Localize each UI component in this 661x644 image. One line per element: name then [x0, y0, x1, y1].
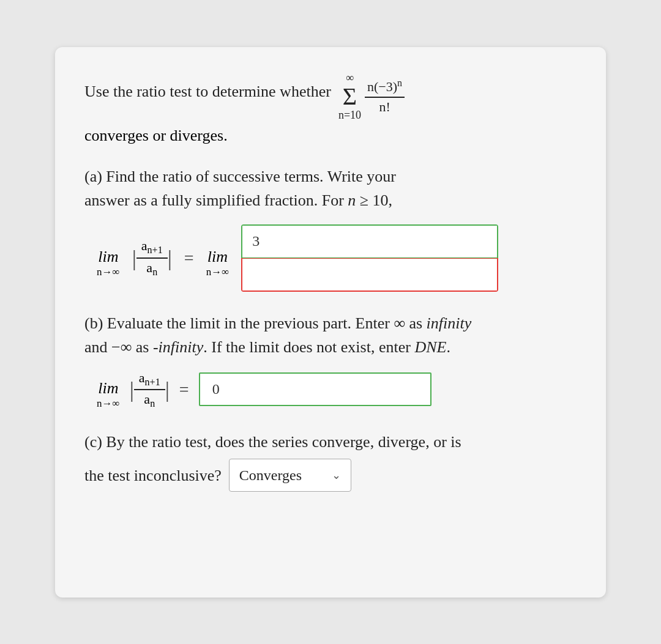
- abs-fraction-b: | an+1 an |: [130, 369, 170, 411]
- series-numerator: n(−3)n: [365, 78, 405, 97]
- frac-inner-a: an+1 an: [136, 237, 168, 279]
- abs-bar-right-a: |: [168, 247, 172, 269]
- main-card: Use the ratio test to determine whether …: [55, 47, 606, 598]
- frac-num-a: an+1: [136, 237, 168, 258]
- frac-num-b: an+1: [134, 369, 165, 390]
- numerator-input[interactable]: 3: [241, 224, 498, 258]
- lim-block-a2: x lim n→∞: [206, 238, 230, 278]
- problem-intro: Use the ratio test to determine whether: [84, 83, 331, 101]
- series-formula: ∞ Σ n=10 n(−3)n n!: [338, 72, 405, 122]
- lim-sub-a: n→∞: [97, 266, 120, 278]
- part-b-label: (b) Evaluate the limit in the previous p…: [84, 311, 577, 359]
- converges-text: converges or diverges.: [84, 127, 577, 145]
- series-fraction: n(−3)n n!: [365, 78, 405, 114]
- chevron-down-icon: ⌄: [332, 467, 341, 484]
- abs-bar-right-b: |: [165, 379, 170, 401]
- frac-den-a: an: [141, 259, 162, 279]
- input-boxes-a: 3: [241, 224, 498, 292]
- sigma-block: ∞ Σ n=10: [338, 72, 361, 122]
- equals-b: =: [179, 380, 189, 399]
- frac-inner-b: an+1 an: [134, 369, 165, 411]
- limit-value-input[interactable]: 0: [199, 372, 431, 406]
- lim-text-a: lim: [98, 248, 118, 266]
- lim-text-a2: lim: [207, 248, 228, 266]
- part-c-label: (c) By the ratio test, does the series c…: [84, 430, 577, 492]
- part-a-label: (a) Find the ratio of successive terms. …: [84, 165, 577, 212]
- part-a-ratio-row: x lim n→∞ | an+1 an | = x lim n→∞ 3: [97, 224, 577, 292]
- lim-block-a: x lim n→∞: [97, 238, 120, 278]
- part-b-row: x lim n→∞ | an+1 an | = 0: [97, 369, 577, 411]
- dropdown-value: Converges: [239, 464, 302, 486]
- denominator-input[interactable]: [241, 258, 498, 292]
- series-denominator: n!: [376, 98, 392, 115]
- lim-block-b: x lim n→∞: [97, 369, 120, 410]
- abs-bar-left-b: |: [130, 379, 134, 401]
- frac-den-b: an: [139, 390, 160, 410]
- lim-sub-a2: n→∞: [206, 266, 230, 278]
- sigma-symbol: Σ: [343, 84, 357, 109]
- abs-bar-left-a: |: [132, 247, 136, 269]
- lim-sub-b: n→∞: [97, 398, 120, 410]
- abs-fraction-a: | an+1 an |: [132, 237, 172, 279]
- problem-header: Use the ratio test to determine whether …: [84, 72, 577, 122]
- part-c-row: the test inconclusive? Converges ⌄: [84, 459, 577, 492]
- convergence-dropdown[interactable]: Converges ⌄: [229, 459, 351, 492]
- sigma-sub: n=10: [338, 109, 361, 122]
- lim-text-b: lim: [98, 379, 118, 398]
- equals-a: =: [184, 248, 194, 268]
